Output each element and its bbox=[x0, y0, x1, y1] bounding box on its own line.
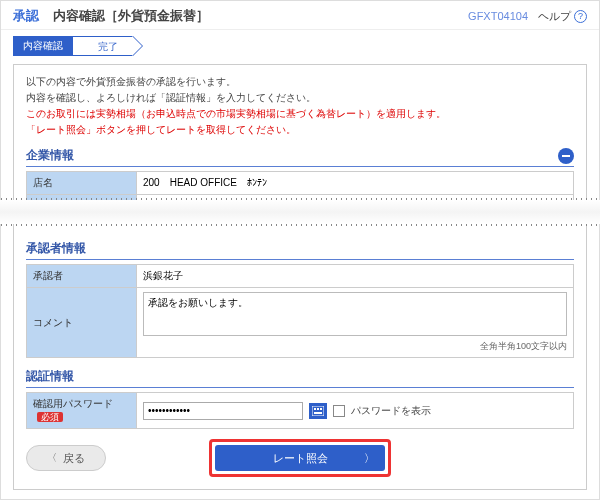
svg-rect-1 bbox=[312, 406, 324, 416]
table-row: 顧客番号 bbox=[27, 195, 574, 218]
rate-button-highlight: レート照会 〉 bbox=[209, 439, 391, 477]
char-count-note: 全角半角100文字以内 bbox=[143, 340, 567, 353]
section-approver: 承認者情報 承認者 浜銀花子 コメント 全角半角100文字以内 bbox=[26, 240, 574, 358]
comment-label: コメント bbox=[27, 288, 137, 358]
table-row: 確認用パスワード 必須 パスワードを表示 bbox=[27, 393, 574, 429]
table-row: 承認者 浜銀花子 bbox=[27, 265, 574, 288]
approver-name-value: 浜銀花子 bbox=[137, 265, 574, 288]
svg-rect-0 bbox=[562, 155, 570, 157]
rate-label: レート照会 bbox=[273, 451, 328, 466]
customer-number-label: 顧客番号 bbox=[27, 195, 137, 218]
section-auth: 認証情報 確認用パスワード 必須 bbox=[26, 368, 574, 429]
step-bar: 内容確認 完了 bbox=[1, 30, 599, 56]
help-label: ヘルプ bbox=[538, 9, 571, 24]
show-password-label: パスワードを表示 bbox=[351, 404, 431, 418]
table-row: 店名 200 HEAD OFFICE ﾎﾝﾃﾝ bbox=[27, 172, 574, 195]
chevron-right-icon: 〉 bbox=[364, 451, 375, 466]
rate-inquiry-button[interactable]: レート照会 〉 bbox=[215, 445, 385, 471]
step-done: 完了 bbox=[73, 36, 133, 56]
keyboard-icon bbox=[312, 406, 324, 416]
svg-rect-5 bbox=[314, 412, 322, 414]
section-company: 企業情報 店名 200 HEAD OFFICE ﾎﾝﾃﾝ 顧客番号 bbox=[26, 147, 574, 218]
help-link[interactable]: ヘルプ ? bbox=[538, 9, 587, 24]
password-input[interactable] bbox=[143, 402, 303, 420]
approver-name-label: 承認者 bbox=[27, 265, 137, 288]
lead-line-4: 「レート照会」ボタンを押してレートを取得してください。 bbox=[26, 123, 574, 137]
approver-title: 承認者情報 bbox=[26, 240, 86, 257]
screen-code: GFXT04104 bbox=[468, 10, 528, 22]
collapse-button[interactable] bbox=[558, 148, 574, 164]
shop-label: 店名 bbox=[27, 172, 137, 195]
back-label: 戻る bbox=[63, 451, 85, 466]
auth-title: 認証情報 bbox=[26, 368, 74, 385]
svg-rect-3 bbox=[317, 408, 319, 410]
customer-number-value bbox=[137, 195, 574, 218]
show-password-checkbox[interactable] bbox=[333, 405, 345, 417]
svg-rect-4 bbox=[320, 408, 322, 410]
company-title: 企業情報 bbox=[26, 147, 74, 164]
table-row: コメント 全角半角100文字以内 bbox=[27, 288, 574, 358]
lead-line-1: 以下の内容で外貨預金振替の承認を行います。 bbox=[26, 75, 574, 89]
header-approve: 承認 bbox=[13, 7, 39, 25]
shop-value: 200 HEAD OFFICE ﾎﾝﾃﾝ bbox=[137, 172, 574, 195]
svg-rect-2 bbox=[314, 408, 316, 410]
required-badge: 必須 bbox=[37, 412, 63, 422]
back-button[interactable]: 〈 戻る bbox=[26, 445, 106, 471]
page-title: 内容確認［外貨預金振替］ bbox=[53, 7, 468, 25]
content-panel: 以下の内容で外貨預金振替の承認を行います。 内容を確認し、よろしければ「認証情報… bbox=[13, 64, 587, 490]
lead-line-3: このお取引には実勢相場（お申込時点での市場実勢相場に基づく為替レート）を適用しま… bbox=[26, 107, 574, 121]
minus-icon bbox=[561, 151, 571, 161]
lead-line-2: 内容を確認し、よろしければ「認証情報」を入力してください。 bbox=[26, 91, 574, 105]
help-icon: ? bbox=[574, 10, 587, 23]
chevron-left-icon: 〈 bbox=[47, 451, 57, 465]
button-row: 〈 戻る レート照会 〉 bbox=[26, 429, 574, 477]
software-keyboard-button[interactable] bbox=[309, 403, 327, 419]
page-header: 承認 内容確認［外貨預金振替］ GFXT04104 ヘルプ ? bbox=[1, 1, 599, 30]
step-confirm: 内容確認 bbox=[13, 36, 73, 56]
comment-input[interactable] bbox=[143, 292, 567, 336]
password-label: 確認用パスワード bbox=[33, 398, 113, 409]
